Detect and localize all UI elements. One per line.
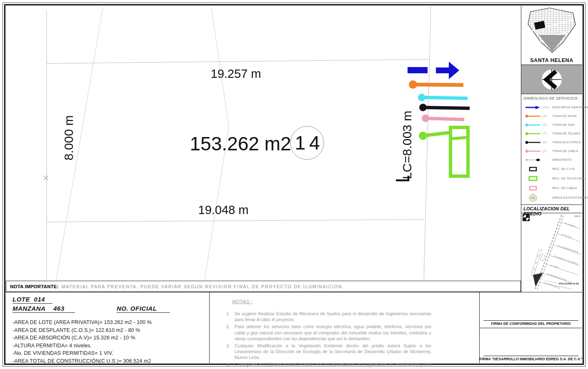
lot-info-panel: LOTE 014 MANZANA 463 NO. OFICIAL -AREA D…: [6, 292, 210, 363]
project-name: SANTA HELENA: [521, 57, 582, 63]
lot-detail-line: -No. DE VIVIENDAS PERMITIDAS= 1 VIV.: [13, 349, 209, 357]
legend-item-toma-telmex: (T) TOMA DE TELMEX: [523, 129, 581, 138]
localization-map: AV. VERONA AV. RIVIERA AV. AGUAMARGA ROJ…: [521, 213, 582, 292]
predio-marker: [533, 273, 543, 287]
legend-item-reg-cable: REG. DE CABLE: [523, 183, 581, 193]
manzana-label: MANZANA: [13, 305, 45, 312]
street-label: AV. AGUAMARGA ROJAS: [558, 244, 579, 254]
legend-item-toma-electrica: (E) TOMA ELECTRICA: [523, 138, 581, 147]
polygon-label: POLIGONO G-2D: [559, 282, 579, 285]
street-label: AV. VERONA: [565, 222, 576, 227]
cable-line-icon: [523, 149, 543, 153]
developer-logo-panel: [521, 65, 582, 94]
important-note-label: NOTA IMPORTANTE:: [10, 284, 59, 289]
lote-row: LOTE 014: [13, 296, 209, 304]
notes-title: NOTAS :: [232, 299, 479, 304]
dimension-left: 8.000 m: [62, 115, 75, 160]
plan-sheet: 19.257 m 19.048 m 8.000 m LC=8.003 m 153…: [0, 0, 588, 369]
electric-line-icon: [523, 140, 543, 145]
telmex-service-line: [419, 127, 468, 176]
developer-signature-cell: FIRMA "DESARROLLO INMOBILIARIO EDREG S.A…: [480, 328, 582, 364]
water-line-icon: [523, 114, 543, 118]
lot-detail-line: -AREA DE ABSORCIÓN (C.A.V)= 15.326 m2 - …: [13, 334, 209, 342]
legend-item-toma-gas: (G) TOMA DE GAS: [523, 120, 581, 129]
note-item: 3. Cualquier Modificación a la Vegetació…: [226, 343, 431, 361]
owner-signature-line: [483, 320, 578, 321]
lot-area-label: 153.262 m2: [190, 133, 291, 155]
gas-service-line: [418, 94, 468, 101]
developer-signature-label: FIRMA "DESARROLLO INMOBILIARIO EDREG S.A…: [479, 357, 582, 361]
localization-panel: LOCALIZACION DEL PREDIO: [521, 205, 582, 292]
owner-signature-label: FIRMA DE CONFORMIDAD DEL PROPIETARIO: [491, 322, 571, 326]
lote-label: LOTE: [13, 296, 30, 303]
legend-item-descarga-sanitaria: (DS) DESCARGA SANITARIA: [523, 103, 581, 112]
lote-value: 014: [34, 296, 45, 303]
lot-detail-line: -AREA DE LOTE (AREA PRIVATIVA)= 153.262 …: [13, 319, 209, 327]
sidebar: SANTA HELENA SIMBOLOGIA DE SERVICIOS : (…: [521, 6, 582, 292]
manzana-row: MANZANA 463 NO. OFICIAL: [13, 305, 209, 313]
street-label: AV. ONCE: [550, 264, 559, 269]
lot-detail-line: -AREA TOTAL DE CONSTRUCCIÓN(C.U.S.)= 306…: [13, 357, 209, 365]
lot-detail-line: -ALTURA PERMITIDA= 4 niveles.: [13, 342, 209, 350]
signatures-panel: FIRMA DE CONFORMIDAD DEL PROPIETARIO FIR…: [480, 292, 582, 363]
electric-service-line: [419, 104, 470, 111]
gas-line-icon: [523, 123, 543, 127]
important-note-strip: NOTA IMPORTANTE: MATERIAL PARA PREVENTA,…: [6, 281, 521, 292]
subdivision-map: [521, 6, 582, 55]
symbology-panel: SIMBOLOGIA DE SERVICIOS : (DS) DESCARGA …: [521, 94, 582, 205]
corner-x-marker: [44, 176, 48, 180]
cable-registry-icon: [523, 186, 543, 191]
legend-item-reg-telefonia: REG. DE TELEFONIA: [523, 174, 581, 183]
localization-title: LOCALIZACION DEL PREDIO: [521, 205, 582, 213]
lot-plan-drawing: 19.257 m 19.048 m 8.000 m LC=8.003 m 153…: [6, 6, 521, 281]
developer-logo-icon: [531, 67, 573, 92]
owner-signature-cell: FIRMA DE CONFORMIDAD DEL PROPIETARIO: [480, 292, 582, 328]
sanitary-discharge-arrow: [408, 62, 459, 79]
dimension-top: 19.257 m: [211, 67, 261, 80]
manzana-value: 463: [53, 305, 65, 312]
dimension-bottom: 19.048 m: [198, 203, 249, 217]
cable-service-line: [422, 115, 464, 122]
localization-map-drawing: AV. VERONA AV. RIVIERA AV. AGUAMARGA ROJ…: [521, 213, 583, 289]
north-compass-icon: [523, 214, 530, 223]
legend-item-reg-cfe: REG. DE C.F.E.: [523, 164, 581, 174]
sanitary-arrow-icon: [523, 105, 543, 110]
no-oficial-label: NO. OFICIAL: [117, 305, 157, 312]
legend-item-toma-agua: (A) TOMA DE AGUA: [523, 112, 581, 120]
developer-signature-line: [483, 356, 578, 356]
title-block: LOTE 014 MANZANA 463 NO. OFICIAL -AREA D…: [6, 292, 582, 363]
street-label: AV. RIVIERA: [561, 233, 572, 239]
legend-item-toma-cable: (C) TOMA DE CABLE: [523, 147, 581, 155]
note-item: 4. El proyecto de vivienda deberá cumpli…: [226, 362, 431, 369]
telmex-line-icon: [523, 132, 543, 136]
tree-icon: [523, 193, 543, 202]
note-item: 2. Para obtener los servicios tales como…: [226, 324, 431, 342]
street-label: AV. PASEO DE LOS CEDROS: [554, 255, 578, 265]
important-note-text: MATERIAL PARA PREVENTA, PUEDE VARIAR SEG…: [62, 284, 344, 289]
subdivision-map-panel: SANTA HELENA: [521, 6, 582, 65]
notes-panel: NOTAS : 1. Se sugiere Realizar Estudio d…: [210, 292, 480, 363]
lot-number: 14: [295, 132, 323, 154]
lot-details-list: -AREA DE LOTE (AREA PRIVATIVA)= 153.262 …: [13, 319, 209, 365]
cfe-registry-icon: [523, 167, 543, 172]
dimension-right: LC=8.003 m: [400, 111, 414, 179]
symbology-title: SIMBOLOGIA DE SERVICIOS :: [523, 96, 581, 100]
lot-detail-line: -AREA DE DESPLANTE (C.O.S.)= 122.610 m2 …: [13, 327, 209, 334]
legend-item-arboles: ARBOLES EXISTENTES: [523, 193, 581, 202]
telephone-registry-box: [450, 127, 468, 176]
note-item: 1. Se sugiere Realizar Estudio de Mecáni…: [226, 311, 431, 322]
water-service-line: [409, 80, 463, 89]
street-label: AV. BERNARDO REYES: [547, 273, 568, 282]
telephone-registry-icon: [523, 176, 543, 181]
arbotante-icon: [523, 158, 543, 162]
map-corner-label: SAN A: [574, 215, 580, 217]
legend-item-arbotante: ARBOTANTE: [523, 155, 581, 164]
